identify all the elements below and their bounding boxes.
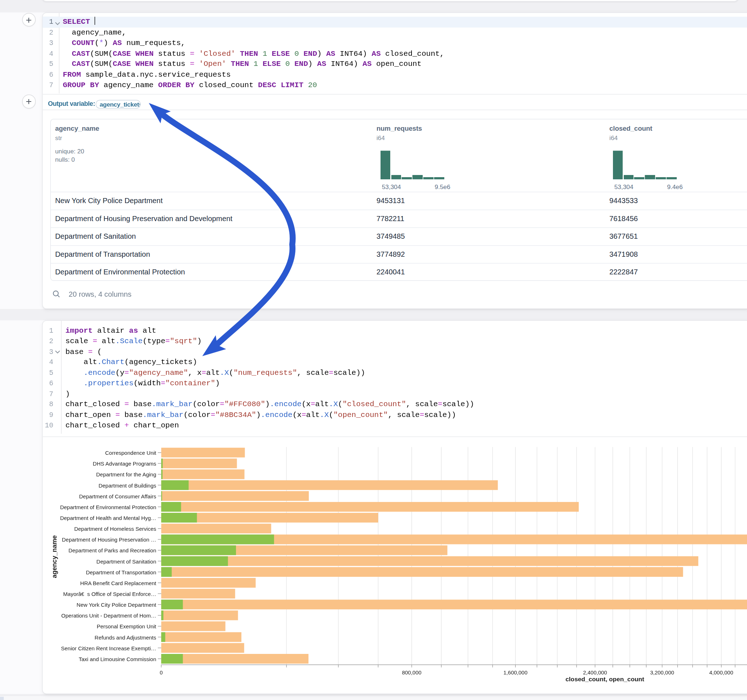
- svg-text:0: 0: [160, 669, 163, 676]
- svg-text:Mayorâ€ s Office of Special E: Mayorâ€ s Office of Special Enforce…: [63, 591, 156, 597]
- svg-text:Department of Environmental Pr: Department of Environmental Protection: [60, 504, 156, 510]
- svg-text:Department of Sanitation: Department of Sanitation: [97, 558, 156, 564]
- svg-text:3,200,000: 3,200,000: [650, 669, 674, 676]
- svg-text:Department of Transportation: Department of Transportation: [86, 569, 156, 575]
- svg-text:2,400,000: 2,400,000: [583, 669, 607, 676]
- svg-text:800,000: 800,000: [402, 669, 421, 676]
- svg-text:Refunds and Adjustments: Refunds and Adjustments: [95, 634, 156, 641]
- svg-text:DHS Advantage Programs: DHS Advantage Programs: [93, 461, 156, 467]
- svg-text:Department of Health and Menta: Department of Health and Mental Hyg…: [60, 515, 156, 521]
- svg-text:Department for the Aging: Department for the Aging: [96, 472, 156, 478]
- svg-text:Department of Homeless Service: Department of Homeless Services: [74, 526, 156, 532]
- svg-text:Department of Consumer Affairs: Department of Consumer Affairs: [79, 493, 156, 499]
- svg-text:1,600,000: 1,600,000: [504, 669, 528, 676]
- svg-text:Taxi and Limousine Commission: Taxi and Limousine Commission: [79, 656, 156, 662]
- svg-text:Department of Buildings: Department of Buildings: [98, 483, 156, 489]
- svg-text:agency_name: agency_name: [51, 536, 58, 578]
- svg-text:Correspondence Unit: Correspondence Unit: [105, 450, 157, 456]
- svg-text:Senior Citizen Rent Increase E: Senior Citizen Rent Increase Exempti…: [61, 645, 156, 652]
- svg-text:Personal Exemption Unit: Personal Exemption Unit: [97, 624, 156, 630]
- svg-text:Department of Housing Preserva: Department of Housing Preservation …: [62, 537, 156, 543]
- svg-text:4,000,000: 4,000,000: [709, 669, 733, 676]
- svg-text:Department of Parks and Recrea: Department of Parks and Recreation: [68, 548, 156, 554]
- svg-text:New York City Police Departmen: New York City Police Department: [77, 602, 157, 608]
- svg-text:HRA Benefit Card Replacement: HRA Benefit Card Replacement: [80, 580, 157, 586]
- svg-text:closed_count, open_count: closed_count, open_count: [566, 676, 644, 683]
- svg-text:Operations Unit - Department o: Operations Unit - Department of Hom…: [61, 613, 156, 619]
